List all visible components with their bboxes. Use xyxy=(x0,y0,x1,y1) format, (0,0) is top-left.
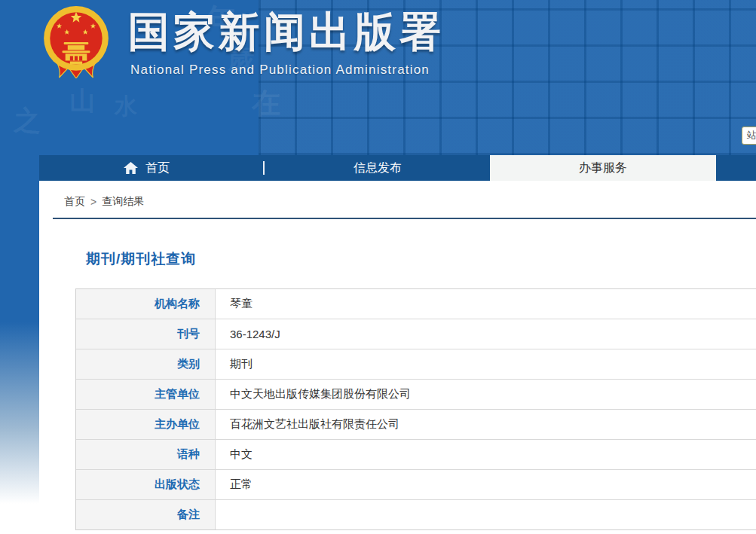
table-row-supervising-unit: 主管单位 中文天地出版传媒集团股份有限公司 xyxy=(76,380,756,410)
row-label: 机构名称 xyxy=(76,289,216,319)
row-label: 备注 xyxy=(76,500,216,529)
breadcrumb-current: 查询结果 xyxy=(102,195,144,209)
row-value: 正常 xyxy=(216,470,756,499)
row-value: 中文天地出版传媒集团股份有限公司 xyxy=(216,380,756,409)
table-row-org-name: 机构名称 琴童 xyxy=(76,289,756,319)
nav-item-home[interactable]: 首页 xyxy=(124,155,170,181)
journal-info-table: 机构名称 琴童 刊号 36-1243/J 类别 期刊 主管单位 中文天地出版传媒… xyxy=(75,288,756,530)
page-title: 期刊/期刊社查询 xyxy=(86,249,196,269)
site-search-button[interactable]: 站 xyxy=(742,127,756,145)
table-row-issn-number: 刊号 36-1243/J xyxy=(76,319,756,349)
nav-home-label: 首页 xyxy=(145,160,170,176)
national-emblem-logo xyxy=(42,3,110,78)
site-title: 国家新闻出版署 xyxy=(128,5,445,60)
content-panel: 首页 > 查询结果 期刊/期刊社查询 机构名称 琴童 刊号 36-1243/J … xyxy=(39,181,756,534)
row-value: 百花洲文艺社出版社有限责任公司 xyxy=(216,410,756,439)
left-blue-gradient-column xyxy=(0,155,39,534)
table-row-remarks: 备注 xyxy=(76,500,756,529)
home-icon xyxy=(124,162,138,174)
row-label: 语种 xyxy=(76,440,216,469)
breadcrumb-home-link[interactable]: 首页 xyxy=(64,195,85,209)
row-label: 刊号 xyxy=(76,319,216,349)
breadcrumb: 首页 > 查询结果 xyxy=(64,195,144,209)
row-label: 类别 xyxy=(76,349,216,379)
table-row-category: 类别 期刊 xyxy=(76,349,756,380)
row-label: 出版状态 xyxy=(76,470,216,499)
row-value: 中文 xyxy=(216,440,756,469)
row-label: 主管单位 xyxy=(76,380,216,409)
nav-item-services-active-tab[interactable]: 办事服务 xyxy=(490,155,716,181)
table-row-publication-status: 出版状态 正常 xyxy=(76,470,756,500)
breadcrumb-separator: > xyxy=(90,196,96,208)
watermark-char: 在 xyxy=(252,89,280,117)
watermark-char: 水 xyxy=(115,95,137,117)
row-value: 琴童 xyxy=(216,289,756,319)
breadcrumb-divider-line xyxy=(53,218,756,219)
site-header: 年 歲 在 山 之 水 国家新闻出版署 Nationa xyxy=(0,0,756,155)
watermark-char: 之 xyxy=(14,107,41,134)
row-value: 36-1243/J xyxy=(216,319,756,349)
nav-divider xyxy=(263,161,265,175)
watermark-char: 山 xyxy=(69,87,95,113)
row-value: 期刊 xyxy=(216,349,756,379)
row-value xyxy=(216,500,756,529)
row-label: 主办单位 xyxy=(76,410,216,439)
table-row-sponsoring-unit: 主办单位 百花洲文艺社出版社有限责任公司 xyxy=(76,410,756,440)
table-row-language: 语种 中文 xyxy=(76,440,756,470)
site-subtitle-english: National Press and Publication Administr… xyxy=(130,63,430,78)
main-navigation: 首页 信息发布 办事服务 xyxy=(39,155,756,181)
nav-item-information[interactable]: 信息发布 xyxy=(325,155,430,181)
